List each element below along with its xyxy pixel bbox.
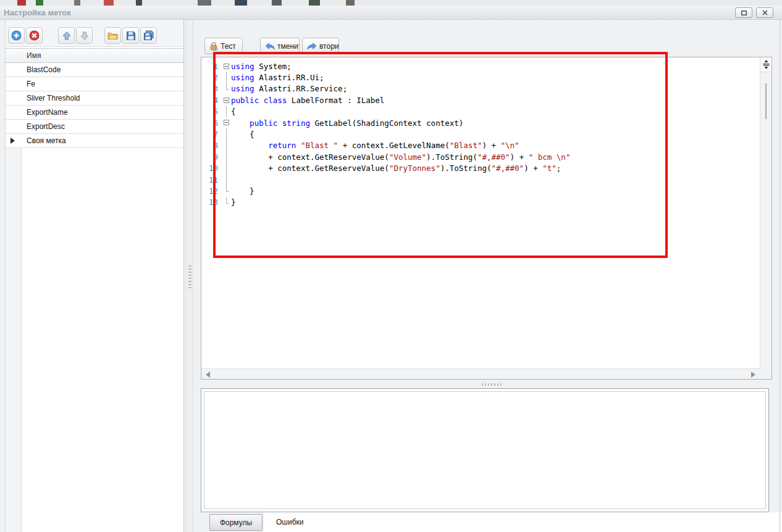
code-string: "Blast " <box>301 141 338 150</box>
errors-panel <box>201 388 769 512</box>
list-item[interactable]: Fe <box>6 77 183 91</box>
list-item[interactable]: Sliver Threshold <box>6 91 183 106</box>
code-keyword: string <box>282 118 310 128</box>
code-plain: ) + <box>524 164 542 173</box>
line-number: 11 <box>201 175 222 185</box>
horizontal-splitter[interactable] <box>201 381 772 387</box>
editor-split-handle[interactable] <box>760 57 771 72</box>
close-button[interactable] <box>756 7 773 18</box>
code-editor[interactable]: 1using System;2using Alastri.RR.Ui;3usin… <box>201 57 772 380</box>
redo-button-label: втори <box>319 42 339 51</box>
maximize-icon <box>741 10 747 15</box>
test-lock-icon <box>209 42 218 51</box>
list-item[interactable]: ExportDesc <box>6 120 183 134</box>
fold-collapse-icon[interactable] <box>222 117 231 128</box>
code-text-area[interactable]: 1using System;2using Alastri.RR.Ui;3usin… <box>201 57 760 368</box>
maximize-button[interactable] <box>735 7 752 18</box>
splitter-grip-icon <box>188 265 191 289</box>
split-handle-icon <box>763 60 770 69</box>
code-line: 4public class LabelFormat : ILabel <box>201 94 760 106</box>
tab-formulas[interactable]: Формулы <box>209 514 263 531</box>
code-line: 10 + context.GetReserveValue("DryTonnes"… <box>201 163 760 174</box>
scrollbar-corner <box>760 368 771 379</box>
code-plain: { <box>231 107 236 116</box>
code-line: 9 + context.GetReserveValue("Volume").To… <box>201 151 760 162</box>
code-line: 2using Alastri.RR.Ui; <box>201 72 760 83</box>
code-text: using Alastri.RR.Service; <box>231 84 347 93</box>
move-up-button[interactable] <box>58 27 75 44</box>
save-all-button[interactable] <box>140 27 157 44</box>
label-name: Sliver Threshold <box>27 94 80 102</box>
test-button[interactable]: Тест <box>204 38 243 54</box>
move-down-button[interactable] <box>76 27 93 44</box>
horizontal-scrollbar[interactable] <box>201 368 760 379</box>
undo-button[interactable]: тменит <box>260 38 300 54</box>
code-text: + context.GetReserveValue("DryTonnes").T… <box>231 164 561 173</box>
folder-open-icon <box>107 31 118 40</box>
vertical-splitter[interactable] <box>185 20 193 532</box>
labels-toolbar <box>6 20 183 47</box>
label-name: Своя метка <box>27 136 66 145</box>
fold-guide-line <box>222 72 231 83</box>
code-text: } <box>231 197 236 207</box>
code-plain <box>277 118 282 128</box>
code-keyword: using <box>231 62 254 71</box>
label-name: BlastCode <box>27 65 61 74</box>
code-string: " bcm \n" <box>529 152 571 162</box>
code-line: 12 } <box>201 185 760 196</box>
code-keyword: public <box>250 118 277 128</box>
list-item[interactable]: ExportName <box>6 106 183 120</box>
titlebar[interactable]: Настройка меток <box>0 6 782 20</box>
code-plain: ) + <box>482 141 500 150</box>
tab-errors-label: Ошибки <box>276 518 304 526</box>
code-plain: ).ToString( <box>440 164 492 173</box>
background-apps-sliver <box>0 0 782 6</box>
errors-list[interactable] <box>204 391 766 509</box>
splitter-grip-icon <box>482 383 502 386</box>
labels-grid: Имя BlastCodeFeSliver ThresholdExportNam… <box>6 48 183 532</box>
label-settings-dialog: Настройка меток <box>0 0 782 532</box>
delete-label-button[interactable] <box>26 27 43 44</box>
open-button[interactable] <box>104 27 121 44</box>
code-plain: + context.GetLevelName( <box>338 141 450 150</box>
code-keyword: using <box>231 73 254 82</box>
code-plain: System; <box>254 62 292 71</box>
line-number: 9 <box>201 152 222 162</box>
labels-panel: Имя BlastCodeFeSliver ThresholdExportNam… <box>5 20 184 532</box>
fold-guide-line <box>222 163 231 174</box>
code-line: 5{ <box>201 106 760 117</box>
scroll-left-icon[interactable] <box>206 372 210 378</box>
save-button[interactable] <box>122 27 139 44</box>
code-string: "Blast" <box>450 141 482 150</box>
redo-button[interactable]: втори <box>302 38 339 54</box>
fold-guide-line <box>222 185 231 196</box>
vertical-scroll-thumb[interactable] <box>765 83 767 119</box>
code-string: "t" <box>542 164 557 173</box>
list-item[interactable]: Своя метка <box>6 134 183 148</box>
selected-row-arrow-icon <box>11 138 15 144</box>
code-plain: Alastri.RR.Service; <box>254 84 348 93</box>
code-line: 6 public string GetLabel(ShadingContext … <box>201 117 760 128</box>
code-plain: GetLabel(ShadingContext context) <box>310 118 463 128</box>
code-string: "#,##0" <box>477 152 510 162</box>
labels-grid-header[interactable]: Имя <box>6 48 183 63</box>
code-string: "DryTonnes" <box>389 164 440 173</box>
delete-circle-icon <box>29 30 40 41</box>
bottom-tabstrip: Формулы Ошибки <box>193 512 782 532</box>
tab-errors[interactable]: Ошибки <box>264 512 782 532</box>
vertical-scrollbar[interactable] <box>760 57 771 368</box>
line-number: 2 <box>201 73 222 82</box>
code-keyword: public <box>231 96 259 105</box>
code-plain: ; <box>557 164 561 173</box>
fold-collapse-icon[interactable] <box>222 60 231 72</box>
scroll-right-icon[interactable] <box>751 372 755 378</box>
code-plain: Alastri.RR.Ui; <box>254 73 324 82</box>
add-label-button[interactable] <box>8 27 25 44</box>
list-item[interactable]: BlastCode <box>6 63 183 77</box>
code-line: 3using Alastri.RR.Service; <box>201 83 760 94</box>
fold-guide-line <box>222 128 231 139</box>
label-name: ExportDesc <box>27 122 65 131</box>
code-text: public string GetLabel(ShadingContext co… <box>231 118 463 128</box>
label-name: ExportName <box>27 108 68 117</box>
fold-collapse-icon[interactable] <box>222 94 231 106</box>
